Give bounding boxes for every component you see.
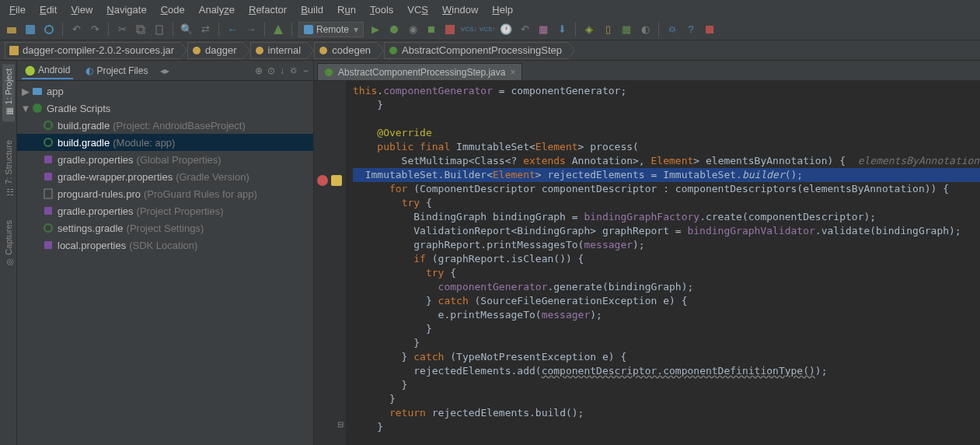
attach-icon[interactable] <box>424 23 438 37</box>
menu-run[interactable]: Run <box>331 2 362 17</box>
tree-row[interactable]: proguard-rules.pro(ProGuard Rules for ap… <box>17 185 313 202</box>
crumb-label: internal <box>268 44 302 56</box>
gear-icon[interactable]: ⛭ <box>289 65 298 76</box>
tree-row[interactable]: gradle.properties(Global Properties) <box>17 151 313 168</box>
svg-rect-5 <box>156 26 162 34</box>
project-header: ⬤ Android ◐ Project Files ◂▸ ⊕ ⊙ ↓ ⛭ − <box>17 61 313 81</box>
svg-point-19 <box>44 138 52 146</box>
settings-icon[interactable]: ⛭ <box>665 23 679 37</box>
tree-label: Gradle Scripts <box>47 103 110 114</box>
tab-captures[interactable]: ◎ Captures <box>2 215 15 272</box>
scroll-icons[interactable]: ◂▸ <box>160 65 169 76</box>
save-icon[interactable] <box>23 23 37 37</box>
tree-row[interactable]: build.gradle(Module: app) <box>17 134 313 151</box>
crumb-pkg-dagger[interactable]: dagger <box>187 42 242 59</box>
hide-icon[interactable]: − <box>303 65 309 76</box>
menu-code[interactable]: Code <box>155 2 191 17</box>
intention-bulb-icon[interactable] <box>331 175 342 186</box>
menu-vcs[interactable]: VCS <box>401 2 434 17</box>
fold-icon[interactable]: ⊟ <box>337 420 344 429</box>
tree-row[interactable]: gradle-wrapper.properties(Gradle Version… <box>17 168 313 185</box>
menu-view[interactable]: View <box>65 2 99 17</box>
tree-row[interactable]: gradle.properties(Project Properties) <box>17 202 313 219</box>
menu-help[interactable]: Help <box>486 2 519 17</box>
tree-row[interactable]: ▶app <box>17 82 313 100</box>
menu-window[interactable]: Window <box>436 2 484 17</box>
theme-icon[interactable]: ◐ <box>638 23 652 37</box>
back-icon[interactable]: ← <box>225 23 239 37</box>
build-icon[interactable] <box>271 23 285 37</box>
tree-row[interactable]: settings.gradle(Project Settings) <box>17 219 313 237</box>
crumb-class[interactable]: AbstractComponentProcessingStep <box>384 42 568 59</box>
undo-icon[interactable]: ↶ <box>69 23 83 37</box>
menu-edit[interactable]: Edit <box>33 2 63 17</box>
stop-icon[interactable] <box>443 23 457 37</box>
structure-icon: ☷ <box>4 187 13 197</box>
history-icon[interactable]: 🕐 <box>499 23 513 37</box>
editor-gutter[interactable]: ⊟ <box>314 81 347 445</box>
sync-icon[interactable] <box>42 23 56 37</box>
separator <box>62 23 63 37</box>
menu-tools[interactable]: Tools <box>364 2 399 17</box>
android-icon[interactable]: ◈ <box>582 23 596 37</box>
tab-structure[interactable]: ☷ 7: Structure <box>2 135 15 201</box>
device-icon[interactable]: ▯ <box>601 23 615 37</box>
menu-analyze[interactable]: Analyze <box>193 2 241 17</box>
copy-icon[interactable] <box>134 23 148 37</box>
vcs-update-icon[interactable]: VCS↓ <box>462 23 476 37</box>
svg-point-18 <box>44 121 52 129</box>
run-config-selector[interactable]: Remote ▾ <box>298 22 364 37</box>
menu-refactor[interactable]: Refactor <box>242 2 293 17</box>
profile-icon[interactable]: ◉ <box>406 23 420 37</box>
tree-row[interactable]: ▼Gradle Scripts <box>17 100 313 117</box>
tab-project[interactable]: ▦ 1: Project <box>2 64 15 121</box>
help-icon[interactable]: ? <box>684 23 698 37</box>
open-icon[interactable] <box>5 23 19 37</box>
svg-rect-11 <box>9 46 19 55</box>
twisty-icon[interactable]: ▼ <box>20 103 31 114</box>
sdk-icon[interactable]: ⬇ <box>555 23 569 37</box>
menu-file[interactable]: File <box>3 2 32 17</box>
project-tree[interactable]: ▶app▼Gradle Scriptsbuild.gradle(Project:… <box>17 81 313 445</box>
redo-icon[interactable]: ↷ <box>88 23 102 37</box>
avd-icon[interactable]: ▦ <box>536 23 550 37</box>
sort-icon[interactable]: ↓ <box>280 65 284 76</box>
file-icon <box>42 136 54 149</box>
java-icon <box>324 68 333 77</box>
collapse-icon[interactable]: ⊕ <box>255 65 263 76</box>
target-icon[interactable]: ⊙ <box>267 65 275 76</box>
files-icon: ◐ <box>85 65 93 76</box>
revert-icon[interactable]: ↶ <box>518 23 532 37</box>
tab-label: 7: Structure <box>4 140 13 184</box>
find-icon[interactable]: 🔍 <box>180 23 194 37</box>
crumb-jar[interactable]: dagger-compiler-2.0.2-sources.jar <box>5 42 180 59</box>
svg-point-15 <box>389 47 397 54</box>
error-marker-icon[interactable] <box>317 175 328 186</box>
project-tab-android[interactable]: ⬤ Android <box>22 62 73 79</box>
crumb-pkg-internal[interactable]: internal <box>250 42 308 59</box>
menu-navigate[interactable]: Navigate <box>100 2 152 17</box>
vcs-commit-icon[interactable]: VCS↑ <box>480 23 494 37</box>
tree-row[interactable]: build.gradle(Project: AndroidBaseProject… <box>17 117 313 134</box>
svg-point-7 <box>390 26 398 33</box>
exit-icon[interactable] <box>703 23 717 37</box>
tree-row[interactable]: local.properties(SDK Location) <box>17 237 313 254</box>
close-icon[interactable]: × <box>510 67 515 78</box>
menu-build[interactable]: Build <box>295 2 330 17</box>
paste-icon[interactable] <box>152 23 166 37</box>
crumb-label: codegen <box>332 44 371 56</box>
svg-rect-23 <box>44 207 52 215</box>
tree-label: proguard-rules.pro <box>58 188 141 200</box>
editor-tab[interactable]: AbstractComponentProcessingStep.java × <box>317 63 522 80</box>
project-tab-files[interactable]: ◐ Project Files <box>82 63 151 79</box>
debug-icon[interactable] <box>387 23 401 37</box>
cut-icon[interactable]: ✂ <box>115 23 129 37</box>
code-editor[interactable]: this.componentGenerator = componentGener… <box>347 81 980 445</box>
replace-icon[interactable]: ⇄ <box>198 23 212 37</box>
crumb-pkg-codegen[interactable]: codegen <box>314 42 377 59</box>
tab-label: AbstractComponentProcessingStep.java <box>338 67 505 78</box>
forward-icon[interactable]: → <box>244 23 258 37</box>
layout-icon[interactable]: ▦ <box>619 23 633 37</box>
twisty-icon[interactable]: ▶ <box>20 86 31 97</box>
run-icon[interactable]: ▶ <box>368 23 382 37</box>
